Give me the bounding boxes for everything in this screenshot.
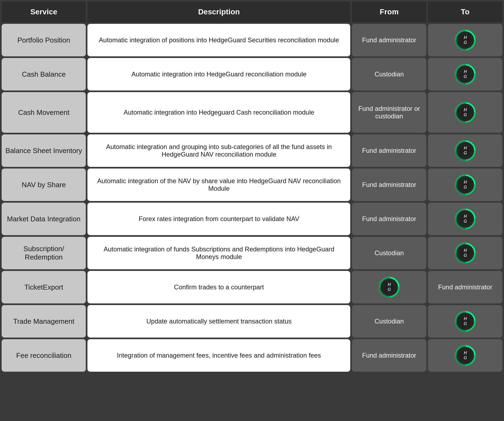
to-cell-portfolio-position: H G — [428, 24, 502, 56]
svg-text:H: H — [464, 351, 467, 355]
to-cell-cash-balance: H G — [428, 58, 502, 90]
hedgeguard-logo-to: H G — [431, 63, 500, 85]
to-cell-cash-movement: H G — [428, 92, 502, 133]
row-cash-movement: Cash MovementAutomatic integration into … — [2, 92, 502, 133]
to-cell-balance-sheet-inventory: H G — [428, 134, 502, 167]
svg-text:H: H — [464, 146, 467, 150]
to-cell-fee-reconciliation: H G — [428, 339, 502, 372]
from-cell-subscription-redemption: Custodian — [352, 237, 426, 269]
svg-text:H: H — [464, 180, 467, 184]
svg-text:G: G — [463, 253, 467, 258]
svg-text:H: H — [464, 69, 467, 74]
service-cell-portfolio-position: Portfolio Position — [2, 24, 86, 56]
description-cell-balance-sheet-inventory: Automatic integration and grouping into … — [87, 134, 350, 167]
from-cell-trade-management: Custodian — [352, 305, 426, 338]
header-to: To — [428, 2, 502, 22]
hedgeguard-logo-to: H G — [431, 345, 500, 366]
row-ticket-export: TicketExportConfirm trades to a counterp… — [2, 271, 502, 303]
svg-text:H: H — [464, 35, 467, 40]
svg-text:G: G — [463, 185, 467, 189]
to-cell-ticket-export: Fund administrator — [428, 271, 502, 303]
service-cell-balance-sheet-inventory: Balance Sheet Inventory — [2, 134, 86, 167]
service-cell-trade-management: Trade Management — [2, 305, 86, 338]
header-description: Description — [87, 2, 350, 22]
to-cell-subscription-redemption: H G — [428, 237, 502, 269]
svg-text:G: G — [463, 112, 467, 117]
svg-text:H: H — [464, 316, 467, 321]
from-cell-fee-reconciliation: Fund administrator — [352, 339, 426, 372]
svg-text:G: G — [388, 287, 391, 292]
row-market-data-integration: Market Data IntegrationForex rates integ… — [2, 203, 502, 235]
description-cell-nav-by-share: Automatic integration of the NAV by shar… — [87, 169, 350, 201]
description-cell-subscription-redemption: Automatic integration of funds Subscript… — [87, 237, 350, 269]
from-cell-portfolio-position: Fund administrator — [352, 24, 426, 56]
from-cell-nav-by-share: Fund administrator — [352, 169, 426, 201]
row-cash-balance: Cash BalanceAutomatic integration into H… — [2, 58, 502, 90]
to-cell-nav-by-share: H G — [428, 169, 502, 201]
service-cell-ticket-export: TicketExport — [2, 271, 86, 303]
svg-text:H: H — [464, 214, 467, 219]
service-cell-market-data-integration: Market Data Integration — [2, 203, 86, 235]
description-cell-cash-balance: Automatic integration into HedgeGuard re… — [87, 58, 350, 90]
hedgeguard-logo-to: H G — [431, 98, 500, 127]
hedgeguard-logo-to: H G — [431, 29, 500, 51]
svg-text:G: G — [463, 74, 467, 79]
svg-text:H: H — [464, 108, 467, 112]
hedgeguard-logo-to: H G — [431, 242, 500, 264]
hedgeguard-logo-from: H G — [355, 276, 424, 298]
svg-text:G: G — [463, 355, 467, 360]
header-service: Service — [2, 2, 86, 22]
service-cell-nav-by-share: NAV by Share — [2, 169, 86, 201]
svg-text:H: H — [388, 282, 391, 287]
from-cell-ticket-export: H G — [352, 271, 426, 303]
row-portfolio-position: Portfolio PositionAutomatic integration … — [2, 24, 502, 56]
row-subscription-redemption: Subscription/ RedemptionAutomatic integr… — [2, 237, 502, 269]
header-from: From — [352, 2, 426, 22]
services-table: Service Description From To Portfolio Po… — [0, 0, 504, 373]
row-trade-management: Trade ManagementUpdate automatically set… — [2, 305, 502, 338]
service-cell-cash-balance: Cash Balance — [2, 58, 86, 90]
from-cell-cash-balance: Custodian — [352, 58, 426, 90]
from-cell-balance-sheet-inventory: Fund administrator — [352, 134, 426, 167]
svg-text:G: G — [463, 151, 467, 155]
hedgeguard-logo-to: H G — [431, 140, 500, 161]
service-cell-cash-movement: Cash Movement — [2, 92, 86, 133]
svg-text:G: G — [463, 219, 467, 224]
description-cell-trade-management: Update automatically settlement transact… — [87, 305, 350, 338]
description-cell-fee-reconciliation: Integration of management fees, incentiv… — [87, 339, 350, 372]
from-cell-cash-movement: Fund administrator or custodian — [352, 92, 426, 133]
svg-text:G: G — [463, 321, 467, 326]
description-cell-ticket-export: Confirm trades to a counterpart — [87, 271, 350, 303]
row-nav-by-share: NAV by ShareAutomatic integration of the… — [2, 169, 502, 201]
svg-text:H: H — [464, 248, 467, 253]
svg-text:G: G — [463, 40, 467, 45]
description-cell-market-data-integration: Forex rates integration from counterpart… — [87, 203, 350, 235]
row-balance-sheet-inventory: Balance Sheet InventoryAutomatic integra… — [2, 134, 502, 167]
to-cell-market-data-integration: H G — [428, 203, 502, 235]
hedgeguard-logo-to: H G — [431, 174, 500, 196]
service-cell-subscription-redemption: Subscription/ Redemption — [2, 237, 86, 269]
to-cell-trade-management: H G — [428, 305, 502, 338]
hedgeguard-logo-to: H G — [431, 208, 500, 230]
description-cell-cash-movement: Automatic integration into Hedgeguard Ca… — [87, 92, 350, 133]
hedgeguard-logo-to: H G — [431, 310, 500, 332]
service-cell-fee-reconciliation: Fee reconciliation — [2, 339, 86, 372]
description-cell-portfolio-position: Automatic integration of positions into … — [87, 24, 350, 56]
row-fee-reconciliation: Fee reconciliationIntegration of managem… — [2, 339, 502, 372]
from-cell-market-data-integration: Fund administrator — [352, 203, 426, 235]
